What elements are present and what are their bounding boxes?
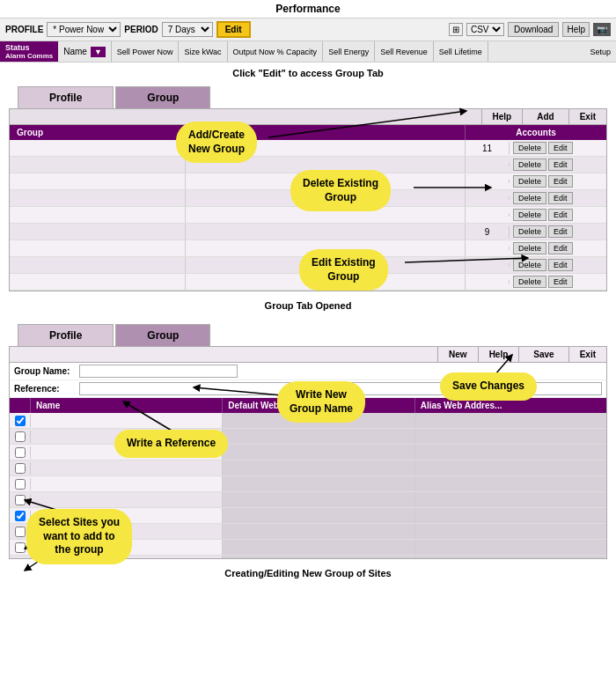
profile-select[interactable]: * Power Now	[47, 22, 121, 37]
cell-num	[466, 196, 510, 200]
cell-alias-web	[415, 492, 606, 507]
panel1: Profile Group Help Add Exit Group Refere…	[9, 86, 607, 291]
cell-check	[10, 431, 31, 443]
cell-name	[31, 413, 223, 428]
cell-check	[10, 462, 31, 475]
panel1-action-row: Help Add Exit	[10, 109, 606, 125]
row-checkbox[interactable]	[15, 495, 26, 505]
edit-button[interactable]: Edit	[216, 21, 251, 38]
csv-select[interactable]: CSV	[466, 23, 504, 36]
cell-group	[10, 257, 186, 273]
cell-default-web	[223, 476, 414, 491]
setup-cell[interactable]: Setup	[584, 41, 616, 62]
cell-name	[31, 461, 223, 475]
edit-btn[interactable]: Edit	[548, 192, 573, 204]
edit-btn[interactable]: Edit	[548, 175, 573, 188]
tab-group[interactable]: Group	[115, 86, 210, 108]
action-help[interactable]: Help	[481, 109, 523, 124]
cell-actions: Delete Edit	[510, 240, 606, 256]
period-select[interactable]: 7 Days	[162, 22, 213, 37]
cell-alias-web	[415, 556, 606, 558]
delete-btn[interactable]: Delete	[513, 242, 546, 254]
delete-btn[interactable]: Delete	[513, 192, 546, 204]
action2-help[interactable]: Help	[478, 347, 519, 362]
help-button[interactable]: Help	[562, 22, 590, 37]
delete-btn[interactable]: Delete	[513, 276, 546, 288]
edit-btn[interactable]: Edit	[548, 209, 573, 221]
delete-btn[interactable]: Delete	[513, 175, 546, 188]
col-accounts: Accounts	[466, 125, 606, 140]
group-name-input[interactable]	[79, 365, 238, 378]
action-exit[interactable]: Exit	[568, 109, 606, 124]
delete-btn[interactable]: Delete	[513, 209, 546, 221]
sell-power-cell[interactable]: Sell Power Now	[112, 41, 180, 62]
edit-btn[interactable]: Edit	[548, 158, 573, 171]
cell-num	[466, 247, 510, 250]
table-row	[10, 461, 606, 476]
row-checkbox[interactable]	[15, 447, 26, 458]
cell-actions: Delete Edit	[510, 157, 606, 173]
action-add[interactable]: Add	[522, 109, 568, 124]
callout-edit: Edit ExistingGroup	[299, 249, 388, 291]
row-checkbox[interactable]	[15, 527, 26, 537]
status-label: Status	[5, 43, 53, 52]
delete-btn[interactable]: Delete	[513, 259, 546, 271]
row-checkbox[interactable]	[15, 431, 26, 442]
edit-btn[interactable]: Edit	[548, 225, 573, 238]
cell-check	[10, 415, 31, 427]
caption1: Click "Edit" to access Group Tab	[0, 63, 616, 82]
tab2-profile[interactable]: Profile	[18, 324, 114, 346]
cell-num	[466, 180, 510, 183]
status-cell[interactable]: Status Alarm Comms	[0, 41, 58, 62]
size-cell[interactable]: Size kWac	[179, 41, 227, 62]
table-row	[10, 492, 606, 508]
delete-btn[interactable]: Delete	[513, 142, 546, 154]
top-controls: PROFILE * Power Now PERIOD 7 Days Edit ⊞…	[0, 18, 616, 41]
output-cell[interactable]: Output Now % Capacity	[228, 41, 324, 62]
cell-num: 11	[466, 142, 510, 155]
cell-group	[10, 274, 186, 290]
sell-lifetime-cell[interactable]: Sell Lifetime	[434, 41, 488, 62]
row-checkbox[interactable]	[15, 558, 26, 559]
edit-btn[interactable]: Edit	[548, 259, 573, 271]
cell-actions: Delete Edit	[510, 224, 606, 239]
cell-alias-web	[415, 429, 606, 444]
period-label: PERIOD	[124, 25, 158, 34]
row-checkbox[interactable]	[15, 511, 26, 521]
row-checkbox[interactable]	[15, 542, 26, 553]
callout-delete: Delete ExistingGroup	[290, 170, 391, 211]
name-sort-icon[interactable]: ▼	[91, 47, 106, 57]
grid-icon[interactable]: ⊞	[449, 23, 463, 36]
sell-energy-cell[interactable]: Sell Energy	[323, 41, 375, 62]
profile-label: PROFILE	[5, 25, 43, 34]
row-checkbox[interactable]	[15, 463, 26, 474]
edit-btn[interactable]: Edit	[548, 142, 573, 154]
cell-actions: Delete Edit	[510, 257, 606, 273]
cell-name	[31, 492, 223, 507]
cell-group	[10, 240, 186, 256]
tab-profile[interactable]: Profile	[18, 86, 114, 108]
cell-group	[10, 157, 186, 173]
action2-new[interactable]: New	[437, 347, 478, 362]
delete-btn[interactable]: Delete	[513, 225, 546, 238]
delete-btn[interactable]: Delete	[513, 158, 546, 171]
tab2-group[interactable]: Group	[115, 324, 210, 346]
cell-default-web	[223, 445, 414, 460]
cell-num	[466, 280, 510, 284]
cell-default-web	[223, 508, 414, 523]
table-row: 9 Delete Edit	[10, 224, 606, 240]
cell-check	[10, 446, 31, 459]
row-checkbox[interactable]	[15, 479, 26, 490]
action2-save[interactable]: Save	[518, 347, 568, 362]
action2-exit[interactable]: Exit	[568, 347, 606, 362]
cell-default-web	[223, 461, 414, 475]
sell-revenue-cell[interactable]: Sell Revenue	[375, 41, 434, 62]
cell-alias-web	[415, 540, 606, 555]
cell-group	[10, 140, 186, 156]
row-checkbox[interactable]	[15, 416, 26, 426]
edit-btn[interactable]: Edit	[548, 276, 573, 288]
edit-btn[interactable]: Edit	[548, 242, 573, 254]
col-group: Group	[10, 125, 186, 140]
download-button[interactable]: Download	[508, 22, 559, 37]
table-row	[10, 429, 606, 445]
